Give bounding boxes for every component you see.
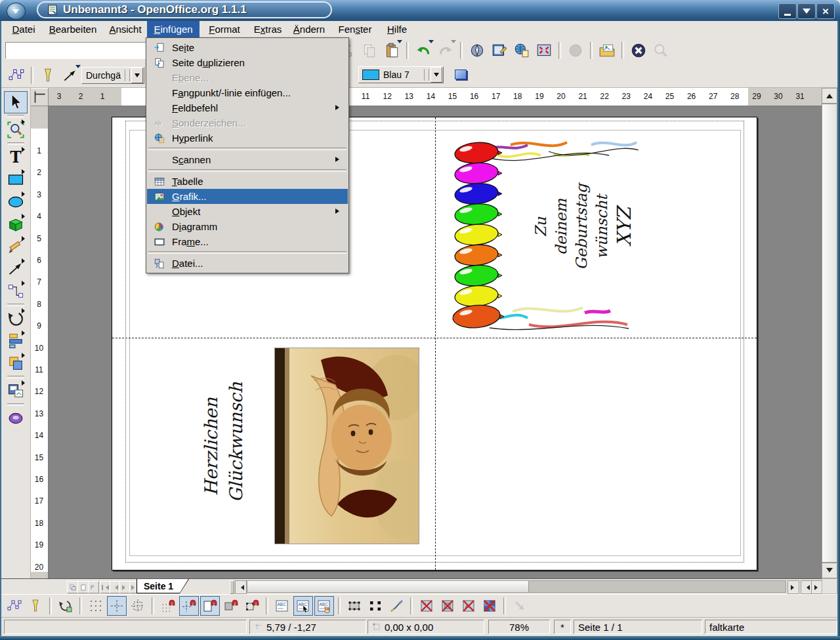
layer-mode-button-3[interactable] — [88, 581, 99, 593]
menu-item-diagramm[interactable]: Diagramm — [147, 219, 348, 234]
window-border-bottom[interactable] — [0, 636, 840, 640]
vertical-scrollbar[interactable] — [822, 88, 837, 578]
line-dialog-button[interactable] — [37, 65, 58, 86]
vertical-scrollbar-thumb[interactable] — [822, 104, 837, 563]
select-text-area-icon[interactable]: ABC — [293, 596, 313, 616]
snap-to-object-frame-icon[interactable] — [221, 596, 241, 616]
paste-icon[interactable] — [381, 40, 402, 61]
shadow-button[interactable] — [453, 68, 469, 81]
text-tool[interactable]: T — [4, 146, 28, 169]
stop-icon[interactable] — [628, 40, 649, 61]
glue-points-mode-icon[interactable] — [26, 596, 45, 616]
gallery-icon[interactable] — [597, 40, 618, 61]
curve-tool[interactable] — [4, 235, 28, 258]
edit-points-mode-icon[interactable] — [5, 596, 24, 616]
snap-to-object-points-icon[interactable] — [242, 596, 262, 616]
menu-item-seite[interactable]: Seite — [147, 40, 348, 55]
window-menu-button[interactable] — [7, 3, 26, 20]
line-contour-icon[interactable] — [480, 596, 499, 616]
menu-item-objekt[interactable]: Objekt — [147, 204, 348, 219]
menu-item-fangpunkt-linie[interactable]: Fangpunkt/-linie einfügen... — [147, 85, 348, 100]
fill-color-dropdown-arrow[interactable] — [430, 67, 442, 83]
menu-item-hyperlink[interactable]: Hyperlink — [147, 130, 348, 146]
alignment-tool[interactable] — [4, 330, 28, 352]
first-page-button[interactable] — [100, 581, 110, 593]
modify-with-attributes-icon[interactable] — [345, 596, 364, 616]
ruler-origin-box[interactable] — [30, 88, 49, 106]
zoom-level-cell[interactable]: 78% — [488, 620, 550, 634]
navigator-icon[interactable] — [467, 40, 488, 61]
menu-bearbeiten[interactable]: Bearbeiten — [43, 21, 102, 37]
tab-scrollbar-splitter[interactable] — [230, 580, 234, 594]
close-button[interactable]: ✕ — [816, 3, 835, 19]
window-border-left[interactable] — [0, 21, 1, 640]
attributes-brush-icon[interactable] — [387, 596, 406, 616]
angel-image[interactable] — [275, 348, 419, 544]
card-inside-text[interactable]: Herzlichen Glückwunsch — [199, 391, 251, 502]
menu-ansicht[interactable]: Ansicht — [105, 21, 146, 37]
vertical-ruler[interactable]: 1234567891011121314151617181920 — [30, 106, 49, 578]
menu-extras[interactable]: Extras — [249, 21, 286, 37]
search-icon[interactable] — [650, 40, 671, 61]
rectangle-tool[interactable] — [4, 169, 28, 191]
text-placeholder-icon[interactable]: A — [459, 596, 478, 616]
copy-icon[interactable] — [359, 40, 380, 61]
fill-color-combo[interactable]: Blau 7 — [358, 66, 444, 83]
menu-aendern[interactable]: Ändern — [289, 21, 329, 37]
hscroll-right-button[interactable] — [788, 580, 799, 594]
layer-mode-button-1[interactable] — [67, 581, 78, 593]
quick-edit-icon[interactable]: ABC — [272, 596, 292, 616]
rotation-mode-icon[interactable] — [56, 596, 75, 616]
lines-arrows-tool[interactable] — [4, 258, 28, 280]
effects-tool[interactable] — [4, 407, 28, 430]
record-macro-icon[interactable] — [565, 40, 586, 61]
menu-item-seite-duplizieren[interactable]: Seite duplizieren — [147, 55, 348, 70]
menu-item-feldbefehl[interactable]: Feldbefehl — [147, 100, 348, 115]
next-page-button[interactable] — [119, 581, 130, 593]
snap-to-margins-icon[interactable] — [200, 596, 220, 616]
objects3d-tool[interactable] — [4, 213, 28, 235]
menu-fenster[interactable]: Fenster — [333, 21, 377, 37]
select-tool[interactable] — [4, 91, 28, 113]
double-click-edit-text-icon[interactable]: ABC — [314, 596, 334, 616]
layer-mode-button-2[interactable] — [77, 581, 89, 593]
hscroll-left-button[interactable] — [235, 580, 247, 594]
guides-when-moving-icon[interactable] — [128, 596, 148, 616]
vscroll-down-button[interactable] — [822, 563, 837, 578]
menu-item-frame[interactable]: Frame... — [147, 234, 348, 249]
hyperlink-dialog-icon[interactable] — [511, 40, 532, 61]
show-guides-icon[interactable] — [107, 596, 127, 616]
picture-placeholder-icon[interactable] — [417, 596, 436, 616]
zoom-tool[interactable] — [4, 119, 28, 141]
arrow-style-button[interactable] — [60, 65, 81, 86]
menu-item-grafik[interactable]: Grafik... — [147, 189, 348, 204]
exit-group-icon[interactable] — [510, 596, 530, 616]
arrange-tool[interactable] — [4, 352, 28, 374]
redo-icon[interactable] — [435, 40, 456, 61]
simple-handles-icon[interactable] — [366, 596, 385, 616]
snap-to-grid-icon[interactable] — [158, 596, 178, 616]
menu-item-tabelle[interactable]: Tabelle — [147, 174, 348, 189]
minimize-button[interactable] — [778, 3, 797, 19]
cursor-position-cell[interactable]: 5,79 / -1,27 — [249, 620, 366, 634]
show-grid-icon[interactable] — [86, 596, 106, 616]
menu-datei[interactable]: Datei — [8, 21, 39, 37]
line-style-combo[interactable]: Durchgä — [81, 67, 144, 84]
edit-points-button[interactable] — [6, 65, 27, 86]
vscroll-up-button[interactable] — [822, 88, 837, 104]
ellipse-tool[interactable] — [4, 191, 28, 213]
window-border-right[interactable] — [837, 21, 840, 640]
previous-page-button[interactable] — [110, 581, 120, 593]
line-style-dropdown-arrow[interactable] — [131, 68, 143, 83]
menu-item-scannen[interactable]: Scannen — [147, 152, 348, 167]
menu-format[interactable]: Format — [203, 21, 245, 37]
object-size-cell[interactable]: 0,00 x 0,00 — [368, 620, 484, 634]
undo-icon[interactable] — [413, 40, 434, 61]
page-tab-seite-1[interactable]: Seite 1 — [137, 579, 188, 593]
title-bar[interactable]: Unbenannt3 - OpenOffice.org 1.1.1 ✕ — [0, 0, 840, 21]
card-front-text[interactable]: Zu deinem Geburtstag wünscht XYZ — [531, 161, 642, 292]
insert-object-tool[interactable] — [4, 380, 28, 402]
menu-item-datei[interactable]: Datei... — [147, 256, 348, 271]
menu-einfuegen[interactable]: Einfügen — [147, 21, 200, 37]
connector-tool[interactable] — [4, 280, 28, 302]
